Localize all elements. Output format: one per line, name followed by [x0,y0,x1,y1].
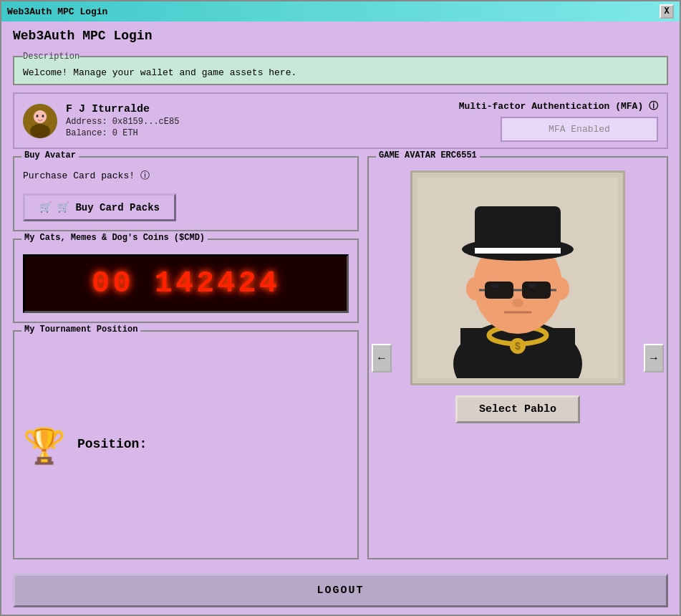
position-label: Position: [77,437,147,451]
buy-avatar-section: Buy Avatar Purchase Card packs! ⓘ 🛒 🛒 Bu… [13,156,359,231]
tournament-section: My Tournament Position 🏆 Position: [13,330,359,559]
logout-button[interactable]: LOGOUT [13,574,668,607]
window-title: Web3Auth MPC Login [7,6,107,17]
page-title: Web3Auth MPC Login [13,29,668,43]
chevron-right-icon: → [648,352,660,365]
user-left: F J Iturralde Address: 0x8159...cE85 Bal… [23,103,179,138]
svg-point-15 [552,277,569,300]
tournament-legend: My Tournament Position [21,324,140,335]
svg-point-3 [34,110,47,123]
svg-point-5 [42,115,44,117]
svg-point-26 [512,299,523,307]
buy-card-packs-label: 🛒 Buy Card Packs [57,201,160,213]
left-panel: Buy Avatar Purchase Card packs! ⓘ 🛒 🛒 Bu… [13,156,359,559]
description-legend: Description [23,52,79,62]
select-pablo-button[interactable]: Select Pablo [455,395,580,423]
close-button[interactable]: X [660,4,674,19]
trophy-icon: 🏆 [23,426,66,468]
user-balance: Balance: 0 ETH [66,128,179,138]
svg-rect-18 [475,248,561,254]
svg-rect-17 [475,206,561,253]
user-address: Address: 0x8159...cE85 [66,117,179,127]
cmd-coins-section: My Cats, Memes & Dog's Coins ($CMD) 00 1… [13,239,359,323]
title-bar: Web3Auth MPC Login X [1,1,680,21]
logout-bar: LOGOUT [1,567,680,615]
mfa-label: Multi-factor Authentication (MFA) ⓘ [459,100,658,112]
pablo-avatar-image: $ [410,170,625,385]
svg-rect-20 [522,281,551,299]
user-info-row: F J Iturralde Address: 0x8159...cE85 Bal… [13,92,668,149]
svg-point-24 [491,284,499,288]
game-avatar-section: GAME AVATAR ERC6551 ← → [367,156,668,559]
nav-left-button[interactable]: ← [372,344,392,372]
svg-text:$: $ [515,341,521,352]
user-name: F J Iturralde [66,103,179,115]
avatar [23,104,57,138]
buy-avatar-legend: Buy Avatar [21,150,79,160]
svg-point-25 [528,284,536,288]
right-panel-container: GAME AVATAR ERC6551 ← → [367,156,668,559]
user-details: F J Iturralde Address: 0x8159...cE85 Bal… [66,103,179,138]
mfa-button[interactable]: MFA Enabled [501,117,658,142]
nav-right-button[interactable]: → [644,344,664,372]
chevron-left-icon: ← [376,352,387,365]
buy-card-packs-button[interactable]: 🛒 🛒 Buy Card Packs [23,193,176,221]
middle-section: Buy Avatar Purchase Card packs! ⓘ 🛒 🛒 Bu… [13,156,668,559]
svg-point-4 [37,115,39,117]
main-content: Web3Auth MPC Login Description Welcome! … [1,21,680,567]
game-avatar-legend: GAME AVATAR ERC6551 [376,150,480,160]
cmd-value: 00 142424 [86,264,286,304]
purchase-label: Purchase Card packs! ⓘ [23,170,150,181]
cmd-legend: My Cats, Memes & Dog's Coins ($CMD) [21,233,208,243]
mfa-section: Multi-factor Authentication (MFA) ⓘ MFA … [459,100,658,142]
svg-rect-19 [485,281,513,299]
description-text: Welcome! Manage your wallet and game ass… [23,67,296,78]
cmd-display: 00 142424 [23,254,349,313]
svg-point-2 [30,124,50,138]
main-window: Web3Auth MPC Login X Web3Auth MPC Login … [0,0,681,616]
cart-icon: 🛒 [39,201,52,213]
svg-point-14 [466,277,483,300]
